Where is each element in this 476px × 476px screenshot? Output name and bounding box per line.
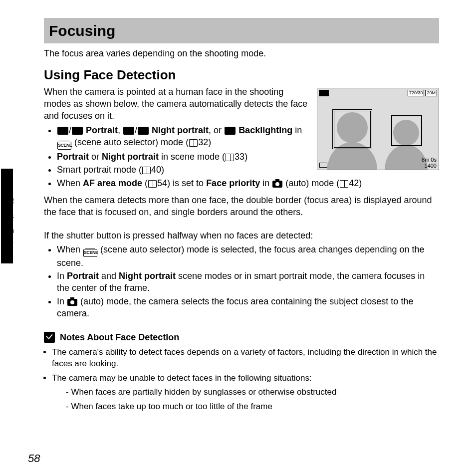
list-item: In (auto) mode, the camera selects the f… — [57, 295, 439, 320]
page-ref-icon — [142, 167, 151, 174]
list-item: When SCENE (scene auto selector) mode is… — [57, 243, 439, 269]
portrait-icon — [57, 127, 68, 135]
recording-time: 8m 0s — [422, 157, 437, 163]
page-ref-icon — [148, 180, 157, 188]
night-portrait-alt-icon — [138, 127, 149, 135]
list-item: When AF area mode (54) is set to Face pr… — [57, 177, 439, 189]
mode-indicator-icon — [319, 90, 329, 96]
body-paragraph: If the shutter button is pressed halfway… — [44, 230, 439, 241]
sub-list-item: - When faces are partially hidden by sun… — [66, 387, 439, 398]
page-content: Focusing The focus area varies depending… — [44, 18, 439, 416]
page-title: Focusing — [44, 18, 439, 43]
chapter-label: Shooting Features — [6, 197, 16, 258]
list-item: The camera's ability to detect faces dep… — [52, 347, 439, 370]
page-ref-icon — [340, 180, 348, 188]
image-size-badge: 20M — [425, 90, 437, 96]
body-paragraph: When the camera detects more than one fa… — [44, 194, 439, 219]
page-ref-icon — [189, 139, 198, 147]
section-heading: Using Face Detection — [44, 66, 439, 84]
backlighting-icon — [225, 127, 236, 135]
page-number: 58 — [28, 451, 40, 466]
sub-list-item: - When faces take up too much or too lit… — [66, 401, 439, 413]
list-item: In Portrait and Night portrait scene mod… — [57, 270, 439, 294]
notes-heading: Notes About Face Detection — [44, 331, 439, 343]
note-check-icon — [44, 332, 55, 343]
scene-auto-icon: SCENE — [57, 142, 71, 150]
intro-text: The focus area varies depending on the s… — [44, 47, 439, 59]
exposure-count: 1400 — [422, 163, 437, 169]
video-quality-badge: 720/30 — [408, 90, 425, 96]
focus-area-double — [332, 109, 372, 149]
focus-area-single — [391, 115, 422, 146]
auto-mode-icon — [272, 181, 282, 188]
list-item: The camera may be unable to detect faces… — [52, 373, 439, 413]
portrait-alt-icon — [72, 127, 83, 135]
fallback-list: When SCENE (scene auto selector) mode is… — [44, 243, 439, 319]
face-detection-illustration: 720/30 20M 8m 0s 1400 — [317, 88, 439, 170]
scene-auto-icon: SCENE — [83, 249, 97, 257]
auto-mode-icon — [67, 299, 77, 306]
page-ref-icon — [226, 154, 234, 161]
night-portrait-icon — [123, 127, 134, 135]
battery-icon — [319, 163, 327, 168]
notes-list: The camera's ability to detect faces dep… — [44, 347, 439, 413]
